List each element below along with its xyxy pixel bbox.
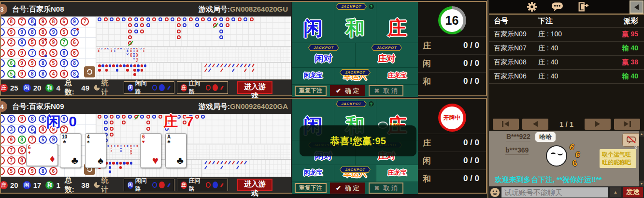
big-road-cell [134, 17, 138, 21]
cockroach-cell [208, 161, 211, 165]
mute-chat-button[interactable] [622, 133, 640, 147]
player-ask-badge: 闲 [128, 182, 133, 189]
help-icon[interactable]: ? [368, 3, 374, 10]
banker-ask-road-button[interactable]: 庄 庄问路 [177, 179, 228, 191]
player-ask-badge: 闲 [128, 84, 133, 91]
big-road-cell [128, 35, 132, 39]
chat-scrollbar[interactable]: ▲ ▼ [639, 131, 644, 186]
big-road-cell [189, 17, 193, 21]
total-count: 38 [81, 181, 89, 189]
cockroach-road [201, 62, 291, 79]
statistics-label: 统计 [101, 78, 113, 97]
cockroach-cell [204, 63, 207, 67]
statistics-button[interactable]: 统计 [94, 78, 114, 97]
banker-dragon-label: 庄龙宝 [388, 71, 407, 80]
small-road-cell [137, 64, 140, 67]
bet-player-dragon-cell[interactable]: 闲龙宝 [292, 165, 334, 182]
chat-input[interactable] [501, 187, 608, 198]
nickname-notice[interactable]: 取个运气旺旺的昵称吧x [600, 149, 636, 168]
statistics-button[interactable]: 统计 [94, 176, 114, 194]
collapse-sidebar-button[interactable] [630, 0, 644, 14]
sidebar-spacer [489, 84, 644, 117]
small-road-cell [109, 170, 112, 173]
cockroach-cell [232, 68, 235, 72]
bead-cell: 7 [28, 49, 36, 57]
betting-board: 闲 JACKPOT? 和 庄 JACKPOT 闲对 JACKPOT 庄对 [292, 2, 418, 95]
first-page-button[interactable] [493, 119, 519, 130]
bet-player-dragon-cell[interactable]: 闲龙宝 [292, 68, 334, 84]
ask-dot-icon [159, 182, 164, 188]
big-road-cell [110, 127, 114, 131]
bet-banker-dragon-cell[interactable]: 庄龙宝 [376, 165, 418, 182]
bet-player-cell[interactable]: 闲 [292, 2, 334, 43]
bead-cell: 6 [71, 38, 79, 46]
pair-dot [44, 55, 47, 57]
big-road-cell [165, 17, 169, 21]
banker-pair-label: 庄对 [378, 53, 395, 64]
logout-button[interactable] [577, 1, 589, 12]
confirm-bet-button[interactable]: ✔确 定 [330, 85, 365, 96]
round-info: 16 庄0 / 0 闲0 / 0 和0 / 0 [418, 2, 486, 95]
player-ask-road-button[interactable]: 闲 闲问路 [124, 81, 175, 94]
small-road-cell [133, 69, 136, 72]
big-road-cell [177, 35, 181, 39]
sidebar: 台号 下注 派彩 百家乐N09庄 : 100赢 95百家乐N07庄 : 40输 … [489, 0, 644, 198]
bead-cell [1, 28, 5, 36]
cockroach-cell [224, 63, 227, 67]
player-result-label: 闲 0 [46, 112, 79, 132]
repeat-bet-button[interactable]: 重复下注 [295, 86, 327, 96]
meme-face-icon [546, 145, 567, 167]
prev-page-button[interactable] [522, 119, 548, 130]
repeat-bet-button[interactable]: 重复下注 [295, 183, 327, 193]
help-icon[interactable]: ? [368, 101, 374, 107]
cancel-bet-button[interactable]: ✖取 消 [369, 183, 404, 194]
pair-dot [34, 23, 36, 26]
cockroach-cell [204, 68, 207, 72]
scroll-up-icon[interactable]: ▲ [639, 131, 644, 137]
banker-ask-road-button[interactable]: 庄 庄问路 [177, 81, 228, 94]
enter-game-button[interactable]: 进入游戏 [237, 81, 272, 94]
bet-banker-dragon-cell[interactable]: 庄龙宝 [376, 68, 418, 84]
bead-cell [1, 156, 5, 165]
bet-banker-cell[interactable]: 庄 [376, 2, 418, 43]
roads-section: 3 台号:百家乐N08 游戏局号:GN008264020GU 878986979… [1, 2, 291, 95]
table-stats-bar: 庄20 闲17 和1 总数:38 统计 闲 闲问路 [1, 177, 291, 193]
big-road-cell [134, 115, 138, 119]
bead-cell: 6 [28, 125, 36, 134]
scroll-down-icon[interactable]: ▼ [639, 181, 644, 186]
cockroach-cell [220, 68, 223, 72]
send-button[interactable]: 发送 [623, 187, 643, 198]
banker-count: 20 [10, 181, 18, 189]
big-road-cell [201, 17, 205, 21]
player-ask-road-button[interactable]: 闲 闲问路 [124, 179, 175, 191]
jackpot-badge: JACKPOT [340, 167, 371, 173]
confirm-bet-button[interactable]: ✔确 定 [330, 183, 365, 194]
gear-icon [527, 1, 537, 12]
big-road-cell [110, 17, 114, 21]
last-page-button[interactable] [614, 119, 640, 130]
bead-cell: 7 [7, 146, 15, 154]
next-page-button[interactable] [585, 119, 611, 130]
big-road-cell [98, 115, 101, 119]
close-icon[interactable]: x [634, 144, 637, 151]
cancel-bet-button[interactable]: ✖取 消 [369, 85, 404, 96]
chat-toggle-button[interactable] [551, 1, 563, 12]
emoji-button[interactable] [490, 187, 500, 198]
jackpot-badge: JACKPOT [340, 69, 371, 76]
chat-bubble-icon [551, 1, 563, 12]
bead-cell: 9 [39, 38, 47, 46]
big-eye-cell [120, 148, 122, 150]
bet-lucky6-cell[interactable]: JACKPOT 幸运六 [334, 165, 376, 182]
bet-tie-cell[interactable]: JACKPOT? 和 [334, 2, 376, 43]
record-table-name: 百家乐N08 [494, 58, 538, 67]
collapse-chat-button[interactable]: ▲ [610, 187, 621, 197]
bet-banker-pair-cell[interactable]: JACKPOT 庄对 [356, 43, 418, 67]
card-suit: ♦ [50, 153, 55, 164]
bet-player-pair-cell[interactable]: JACKPOT 闲对 [292, 43, 355, 67]
settings-button[interactable] [527, 1, 537, 12]
enter-game-button[interactable]: 进入游戏 [237, 179, 272, 191]
ask-ring-icon [152, 182, 157, 188]
bet-lucky6-cell[interactable]: JACKPOT 幸运六 [334, 68, 376, 84]
bets-table-header: 台号 下注 派彩 [489, 15, 644, 27]
banker-count: 25 [10, 84, 18, 92]
